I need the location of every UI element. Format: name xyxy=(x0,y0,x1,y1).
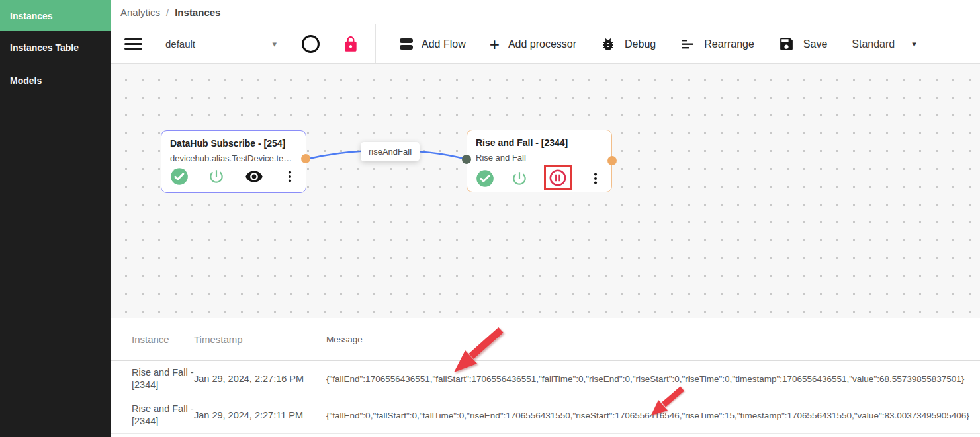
sidebar-item-label: Instances xyxy=(10,11,53,21)
sidebar-item-label: Instances Table xyxy=(10,42,79,53)
lock-icon xyxy=(342,36,359,53)
debug-label: Debug xyxy=(625,38,656,50)
power-icon[interactable] xyxy=(208,168,225,185)
table-header: Instance Timestamp Message xyxy=(111,318,980,361)
hamburger-icon xyxy=(124,36,142,52)
save-button[interactable]: Save xyxy=(778,36,827,52)
add-flow-label: Add Flow xyxy=(422,38,466,50)
sidebar-item-instances-table[interactable]: Instances Table xyxy=(0,31,111,64)
output-port-datahub[interactable] xyxy=(301,154,310,163)
input-port-riseandfall[interactable] xyxy=(462,155,471,164)
status-circle-button[interactable] xyxy=(302,35,320,53)
cell-message: {"fallEnd":1706556436551,"fallStart":170… xyxy=(326,374,980,384)
power-icon[interactable] xyxy=(511,170,528,187)
node-subtitle: devicehub.alias.TestDevice.temp... xyxy=(170,153,297,163)
sidebar-item-instances[interactable]: Instances xyxy=(0,0,111,31)
cell-instance: Rise and Fall - [2344] xyxy=(132,366,194,391)
node-title: Rise and Fall - [2344] xyxy=(476,138,603,148)
toolbar-divider xyxy=(375,24,376,63)
instance-log-table: Instance Timestamp Message Rise and Fall… xyxy=(111,318,980,437)
status-ok-icon xyxy=(170,167,189,186)
rearrange-button[interactable]: Rearrange xyxy=(680,36,754,52)
output-port-riseandfall[interactable] xyxy=(607,156,617,165)
lock-button[interactable] xyxy=(342,36,359,53)
sidebar-item-label: Models xyxy=(10,75,42,86)
add-flow-button[interactable]: Add Flow xyxy=(400,36,466,52)
chevron-down-icon: ▾ xyxy=(912,39,916,49)
cell-message: {"fallEnd":0,"fallStart":0,"fallTime":0,… xyxy=(326,411,980,420)
mode-select[interactable]: Standard ▾ xyxy=(838,24,916,63)
rearrange-label: Rearrange xyxy=(704,38,754,50)
mode-select-value: Standard xyxy=(852,38,895,50)
breadcrumb-link-analytics[interactable]: Analytics xyxy=(120,7,160,18)
breadcrumb-current: Instances xyxy=(175,7,220,18)
pause-highlight-annotation xyxy=(544,165,572,190)
app-window: Instances Instances Table Models Analyti… xyxy=(0,0,980,437)
edge-label: riseAndFall xyxy=(361,142,420,161)
column-header-message: Message xyxy=(326,335,980,344)
node-title: DataHub Subscribe - [254] xyxy=(170,138,297,149)
toolbar: default ▾ Add Flow + Add processor xyxy=(111,24,980,64)
chevron-down-icon: ▾ xyxy=(272,39,277,49)
save-label: Save xyxy=(803,38,827,50)
bug-icon xyxy=(600,36,616,52)
kebab-menu-icon[interactable] xyxy=(588,171,603,186)
node-subtitle: Rise and Fall xyxy=(476,153,603,163)
menu-button[interactable] xyxy=(111,24,156,63)
main-area: Analytics / Instances default ▾ Add F xyxy=(111,0,980,437)
rearrange-icon xyxy=(680,36,695,52)
save-icon xyxy=(778,36,795,52)
eye-icon[interactable] xyxy=(245,167,263,186)
flow-select[interactable]: default ▾ xyxy=(156,24,286,63)
cell-instance: Rise and Fall - [2344] xyxy=(132,403,194,428)
cell-timestamp: Jan 29, 2024, 2:27:16 PM xyxy=(194,374,326,384)
node-datahub-subscribe[interactable]: DataHub Subscribe - [254] devicehub.alia… xyxy=(161,130,306,193)
table-row: Rise and Fall - [2344] Jan 29, 2024, 2:2… xyxy=(111,397,980,434)
plus-icon: + xyxy=(490,38,500,51)
add-processor-label: Add processor xyxy=(508,38,576,50)
kebab-menu-icon[interactable] xyxy=(283,169,297,184)
column-header-instance: Instance xyxy=(132,333,194,346)
status-ok-icon xyxy=(476,169,494,188)
pause-icon[interactable] xyxy=(549,169,567,187)
table-row: Rise and Fall - [2344] Jan 29, 2024, 2:2… xyxy=(111,361,980,397)
sidebar: Instances Instances Table Models xyxy=(0,0,111,437)
debug-button[interactable]: Debug xyxy=(600,36,656,52)
flow-icon xyxy=(400,36,413,52)
node-rise-and-fall[interactable]: Rise and Fall - [2344] Rise and Fall xyxy=(467,130,612,192)
flow-canvas[interactable]: riseAndFall DataHub Subscribe - [254] de… xyxy=(111,64,980,318)
sidebar-item-models[interactable]: Models xyxy=(0,64,111,97)
breadcrumb-separator: / xyxy=(166,7,169,18)
flow-select-value: default xyxy=(165,38,195,50)
column-header-timestamp: Timestamp xyxy=(194,334,326,345)
add-processor-button[interactable]: + Add processor xyxy=(490,38,576,51)
cell-timestamp: Jan 29, 2024, 2:27:11 PM xyxy=(194,410,326,420)
breadcrumb: Analytics / Instances xyxy=(111,0,980,24)
